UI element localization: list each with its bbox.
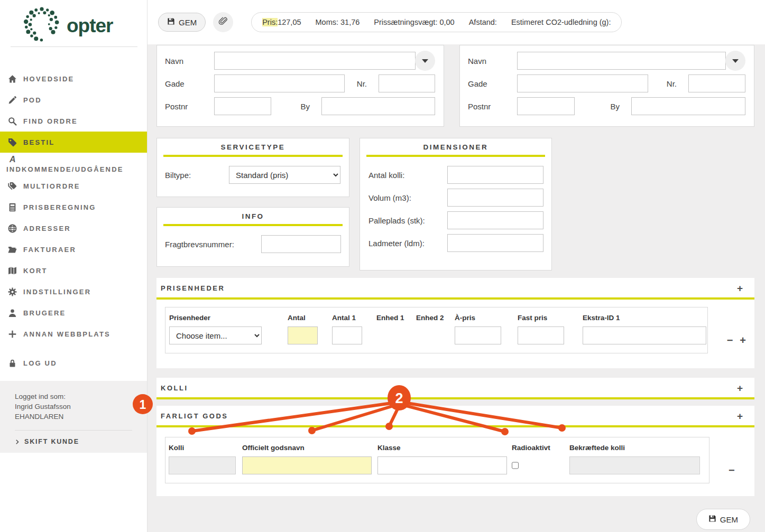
fastpris-col-label: Fast pris — [518, 314, 564, 322]
userbox-divider — [15, 430, 132, 431]
farligt-gods-row-remove-button[interactable]: − — [729, 465, 735, 475]
farligt-gods-section: FARLIGT GODS + Kolli Officielt godsnavn … — [156, 406, 754, 496]
receiver-by-label: By — [610, 102, 620, 111]
map-icon — [6, 266, 18, 275]
fg-bekraeftede-input — [569, 456, 700, 474]
sender-address-card: Navn Gade Nr. Postnr By — [156, 45, 444, 127]
details-section: SERVICETYPE Biltype: Standard (pris) INF… — [148, 127, 765, 270]
receiver-postnr-label: Postnr — [468, 102, 517, 111]
chevron-right-icon — [15, 439, 21, 445]
volum-input[interactable] — [447, 189, 543, 207]
sender-postnr-input[interactable] — [214, 97, 271, 115]
plus-icon — [6, 330, 18, 339]
price-summary-bar: Pris:127,05 Moms: 31,76 Prissætningsvægt… — [251, 12, 622, 32]
sidebar-item-bestil[interactable]: BESTIL — [0, 132, 147, 153]
receiver-navn-input[interactable] — [517, 52, 726, 70]
ladmeter-label: Ladmeter (ldm): — [368, 239, 447, 248]
incoming-outgoing-icon: A — [7, 155, 19, 164]
kolli-add-button[interactable]: + — [737, 383, 743, 393]
sidebar-nav: HOVEDSIDE POD FIND ORDRE BESTIL A INDKOM… — [0, 68, 147, 374]
sender-navn-dropdown-button[interactable] — [415, 51, 435, 71]
antal-input[interactable] — [288, 326, 318, 344]
antal1-input[interactable] — [332, 326, 362, 344]
folder-open-icon — [6, 245, 18, 254]
fg-radioaktivt-col-label: Radioaktivt — [512, 444, 562, 452]
sidebar: opter HOVEDSIDE POD FIND ORDRE BESTIL A — [0, 0, 148, 532]
receiver-navn-label: Navn — [468, 57, 517, 66]
switch-customer-link[interactable]: SKIFT KUNDE — [15, 438, 136, 445]
tag-icon — [6, 138, 18, 147]
apris-input[interactable] — [455, 326, 501, 344]
attachment-button[interactable] — [213, 12, 233, 32]
sidebar-item-kort[interactable]: KORT — [0, 260, 147, 281]
fg-bekraeftede-col-label: Bekræftede kolli — [569, 444, 700, 452]
biltype-select[interactable]: Standard (pris) — [229, 166, 340, 184]
sidebar-item-indstillinger[interactable]: INDSTILLINGER — [0, 281, 147, 302]
fastpris-input[interactable] — [518, 326, 564, 344]
sidebar-item-fakturaer[interactable]: FAKTURAER — [0, 239, 147, 260]
sidebar-item-log-ud[interactable]: LOG UD — [0, 352, 147, 374]
receiver-navn-dropdown-button[interactable] — [725, 51, 745, 71]
sidebar-item-brugere[interactable]: BRUGERE — [0, 302, 147, 323]
receiver-nr-input[interactable] — [688, 74, 745, 92]
paperclip-icon — [218, 17, 228, 28]
sidebar-item-hovedside[interactable]: HOVEDSIDE — [0, 68, 147, 89]
farligt-gods-title: FARLIGT GODS — [161, 412, 228, 420]
prisenheder-row-add-button[interactable]: + — [740, 335, 746, 346]
receiver-gade-input[interactable] — [517, 74, 648, 92]
info-card: INFO Fragtbrevsnummer: — [156, 207, 349, 267]
fg-kolli-input — [169, 456, 236, 474]
sidebar-divider — [11, 46, 137, 47]
sidebar-item-pod[interactable]: POD — [0, 89, 147, 110]
prisenheder-row-remove-button[interactable]: − — [727, 335, 733, 346]
pencil-icon — [6, 96, 18, 105]
sidebar-item-multiordre[interactable]: MULTIORDRE — [0, 175, 147, 197]
fragtbrevsnummer-label: Fragtbrevsnummer: — [165, 240, 261, 249]
sender-nr-label: Nr. — [357, 79, 367, 88]
search-icon — [6, 117, 18, 126]
sidebar-item-find-ordre[interactable]: FIND ORDRE — [0, 110, 147, 132]
fg-godsnavn-input[interactable] — [242, 456, 372, 474]
farligt-gods-add-button[interactable]: + — [737, 411, 743, 421]
antal-kolli-label: Antal kolli: — [368, 171, 447, 180]
sender-gade-input[interactable] — [214, 74, 345, 92]
receiver-nr-label: Nr. — [667, 79, 677, 88]
prisenheder-item-select[interactable]: Choose item... — [169, 326, 262, 344]
top-toolbar: GEM Pris:127,05 Moms: 31,76 Prissætnings… — [148, 0, 765, 44]
fg-klasse-input[interactable] — [377, 456, 507, 474]
tags-icon — [6, 182, 18, 191]
chevron-down-icon — [422, 59, 428, 63]
main-content: GEM Pris:127,05 Moms: 31,76 Prissætnings… — [148, 0, 765, 532]
sender-by-input[interactable] — [321, 97, 435, 115]
sender-by-label: By — [300, 102, 310, 111]
sender-navn-input[interactable] — [214, 52, 416, 70]
palleplads-input[interactable] — [447, 211, 543, 229]
palleplads-label: Palleplads (stk): — [368, 216, 447, 225]
fragtbrevsnummer-input[interactable] — [261, 235, 341, 253]
sender-navn-label: Navn — [165, 57, 214, 66]
prisenheder-row: Prisenheder Choose item... Antal Antal 1… — [165, 307, 708, 353]
receiver-by-input[interactable] — [631, 97, 745, 115]
save-button-top[interactable]: GEM — [158, 13, 206, 32]
sidebar-item-prisberegning[interactable]: PRISBEREGNING — [0, 197, 147, 218]
ladmeter-input[interactable] — [447, 234, 543, 252]
servicetype-card: SERVICETYPE Biltype: Standard (pris) — [156, 138, 349, 197]
sender-nr-input[interactable] — [379, 74, 435, 92]
fg-radioaktivt-checkbox[interactable] — [512, 461, 519, 470]
address-section: Navn Gade Nr. Postnr By Navn — [148, 44, 765, 127]
antal-kolli-input[interactable] — [447, 166, 543, 184]
ekstraid-col-label: Ekstra-ID 1 — [583, 314, 706, 322]
co2-stat: Estimeret CO2-udledning (g): — [511, 18, 611, 26]
sidebar-item-adresser[interactable]: ADRESSER — [0, 218, 147, 239]
kolli-title: KOLLI — [161, 384, 188, 392]
kolli-accent-bar — [156, 397, 754, 399]
save-icon — [708, 515, 716, 524]
antal1-col-label: Antal 1 — [332, 314, 362, 322]
sidebar-item-annan-webbplats[interactable]: ANNAN WEBBPLATS — [0, 323, 147, 344]
ekstraid-input[interactable] — [583, 326, 706, 344]
save-button-bottom[interactable]: GEM — [696, 509, 750, 530]
dimensioner-title: DIMENSIONER — [360, 138, 551, 155]
prisenheder-add-button[interactable]: + — [737, 283, 743, 293]
receiver-postnr-input[interactable] — [517, 97, 575, 115]
sidebar-item-indkommende-udgaende[interactable]: A INDKOMMENDE/UDGÅENDE — [0, 153, 147, 175]
